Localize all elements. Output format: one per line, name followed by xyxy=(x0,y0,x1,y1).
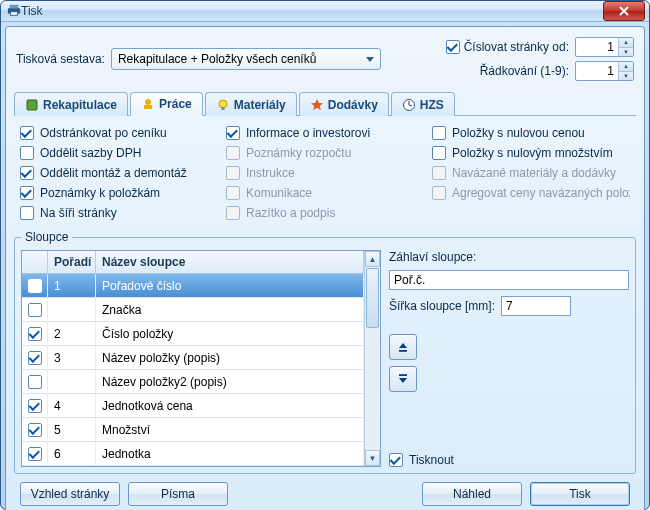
row-checkbox[interactable] xyxy=(28,447,42,461)
option-row: Razítko a podpis xyxy=(226,206,424,220)
option-checkbox xyxy=(226,186,240,200)
scroll-thumb[interactable] xyxy=(366,268,379,328)
row-name: Název položky (popis) xyxy=(96,346,364,369)
tab-hzs[interactable]: HZS xyxy=(391,92,455,116)
tab-label: Práce xyxy=(159,97,192,111)
option-checkbox[interactable] xyxy=(20,166,34,180)
tab-rekapitulace[interactable]: Rekapitulace xyxy=(14,92,128,116)
table-row[interactable]: 2Číslo položky xyxy=(22,322,364,346)
scroll-track[interactable] xyxy=(365,329,380,450)
row-name: Pořadové číslo xyxy=(96,274,364,297)
svg-point-6 xyxy=(219,100,227,108)
scroll-down-icon[interactable]: ▼ xyxy=(365,450,380,466)
move-up-icon xyxy=(396,340,410,354)
tabs: RekapitulacePráceMateriályDodávkyHZS xyxy=(14,91,636,116)
close-button[interactable] xyxy=(603,1,645,21)
move-down-button[interactable] xyxy=(389,366,417,392)
option-checkbox[interactable] xyxy=(20,206,34,220)
row-checkbox[interactable] xyxy=(28,327,42,341)
row-order: 5 xyxy=(48,418,96,441)
vertical-scrollbar[interactable]: ▲ ▼ xyxy=(364,251,380,466)
tab-label: Rekapitulace xyxy=(43,98,117,112)
spin-up-icon[interactable]: ▲ xyxy=(619,38,633,48)
columns-legend: Sloupce xyxy=(21,230,72,244)
svg-rect-9 xyxy=(399,350,407,352)
table-row[interactable]: 3Název položky (popis) xyxy=(22,346,364,370)
option-row: Na šíři stránky xyxy=(20,206,218,220)
tab-label: Dodávky xyxy=(328,98,378,112)
spin-up-icon[interactable]: ▲ xyxy=(619,62,633,72)
option-row: Poznámky k položkám xyxy=(20,186,218,200)
option-checkbox xyxy=(432,166,446,180)
option-label: Poznámky rozpočtu xyxy=(246,146,351,160)
row-checkbox[interactable] xyxy=(28,375,42,389)
cislovat-spinner[interactable]: ▲▼ xyxy=(575,37,634,57)
spin-down-icon[interactable]: ▼ xyxy=(619,72,633,81)
table-row[interactable]: Název položky2 (popis) xyxy=(22,370,364,394)
row-name: Množství xyxy=(96,418,364,441)
option-label: Položky s nulovou cenou xyxy=(452,126,585,140)
option-checkbox[interactable] xyxy=(20,146,34,160)
scroll-up-icon[interactable]: ▲ xyxy=(365,251,380,267)
option-checkbox xyxy=(226,146,240,160)
option-checkbox[interactable] xyxy=(432,126,446,140)
cislovat-input[interactable] xyxy=(576,40,618,54)
option-checkbox[interactable] xyxy=(432,146,446,160)
sirka-input[interactable] xyxy=(501,296,571,316)
row-name: Jednotková cena xyxy=(96,394,364,417)
tab-dodávky[interactable]: Dodávky xyxy=(299,92,389,116)
row-order: 6 xyxy=(48,442,96,465)
sestava-label: Tisková sestava: xyxy=(16,52,105,66)
option-checkbox[interactable] xyxy=(20,186,34,200)
row-name: Jednotka xyxy=(96,442,364,465)
sestava-value: Rekapitulace + Položky všech ceníků xyxy=(118,52,316,66)
header-nazev: Název sloupce xyxy=(96,251,364,273)
tab-práce[interactable]: Práce xyxy=(130,92,203,116)
row-checkbox[interactable] xyxy=(28,279,42,293)
option-row: Oddělit sazby DPH xyxy=(20,146,218,160)
option-checkbox xyxy=(226,166,240,180)
zahlavi-label: Záhlaví sloupce: xyxy=(389,250,629,264)
row-name: Název položky2 (popis) xyxy=(96,370,364,393)
table-row[interactable]: 6Jednotka xyxy=(22,442,364,466)
chevron-down-icon xyxy=(366,57,374,62)
vzhled-button[interactable]: Vzhled stránky xyxy=(20,482,120,506)
row-checkbox[interactable] xyxy=(28,351,42,365)
spin-down-icon[interactable]: ▼ xyxy=(619,48,633,57)
option-checkbox[interactable] xyxy=(226,126,240,140)
radkovani-spinner[interactable]: ▲▼ xyxy=(575,61,634,81)
option-row: Oddělit montáž a demontáž xyxy=(20,166,218,180)
cislovat-checkbox[interactable] xyxy=(446,40,460,54)
star-icon xyxy=(310,98,324,112)
radkovani-input[interactable] xyxy=(576,64,618,78)
pisma-button[interactable]: Písma xyxy=(128,482,228,506)
svg-rect-3 xyxy=(27,100,37,110)
option-checkbox[interactable] xyxy=(20,126,34,140)
option-checkbox xyxy=(226,206,240,220)
row-checkbox[interactable] xyxy=(28,399,42,413)
row-checkbox[interactable] xyxy=(28,423,42,437)
zahlavi-input[interactable] xyxy=(389,270,629,290)
sestava-combo[interactable]: Rekapitulace + Položky všech ceníků xyxy=(111,48,381,70)
nahled-button[interactable]: Náhled xyxy=(422,482,522,506)
row-order xyxy=(48,298,96,321)
worker-icon xyxy=(141,97,155,111)
option-row: Poznámky rozpočtu xyxy=(226,146,424,160)
option-label: Informace o investorovi xyxy=(246,126,370,140)
tisknout-checkbox[interactable] xyxy=(389,453,403,467)
table-row[interactable]: 5Množství xyxy=(22,418,364,442)
option-label: Navázané materiály a dodávky xyxy=(452,166,616,180)
book-icon xyxy=(25,98,39,112)
tisk-button[interactable]: Tisk xyxy=(530,482,630,506)
option-label: Komunikace xyxy=(246,186,312,200)
table-row[interactable]: Značka xyxy=(22,298,364,322)
table-row[interactable]: 4Jednotková cena xyxy=(22,394,364,418)
move-up-button[interactable] xyxy=(389,334,417,360)
tab-materiály[interactable]: Materiály xyxy=(205,92,297,116)
row-order: 2 xyxy=(48,322,96,345)
numbering-block: Číslovat stránky od: ▲▼ Řádkování (1-9):… xyxy=(446,37,634,81)
close-icon xyxy=(618,5,630,17)
table-row[interactable]: 1Pořadové číslo xyxy=(22,274,364,298)
row-checkbox[interactable] xyxy=(28,303,42,317)
titlebar: Tisk xyxy=(1,1,649,22)
